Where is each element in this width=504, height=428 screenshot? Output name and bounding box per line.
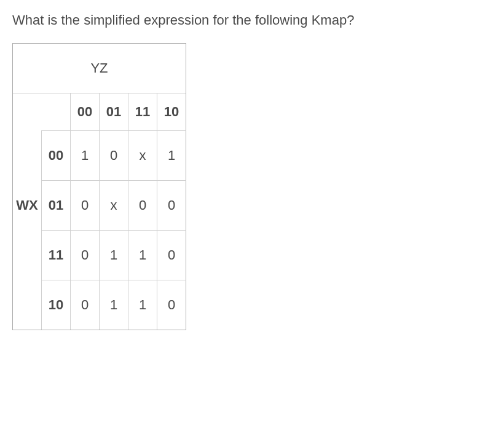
kmap-cell: 1 [71,131,100,181]
row-header: 11 [42,231,71,280]
row-header: 10 [42,280,71,330]
kmap-cell: 1 [100,231,128,280]
blank-cell [157,44,186,93]
row-var-label: WX [13,181,42,231]
col-header: 01 [100,93,128,131]
kmap-cell: 0 [157,181,186,231]
col-header: 10 [157,93,186,131]
kmap-cell: 1 [100,280,128,330]
col-header: 00 [71,93,100,131]
kmap-cell: 0 [71,181,100,231]
blank-cell [13,231,42,280]
blank-cell [13,93,42,131]
blank-cell [13,44,42,93]
col-var-label: YZ [71,44,128,93]
blank-cell [128,44,157,93]
blank-cell [42,93,71,131]
kmap-cell: 0 [100,131,128,181]
question-text: What is the simplified expression for th… [12,12,492,28]
row-header: 00 [42,131,71,181]
kmap-cell: 1 [128,280,157,330]
kmap-cell: 0 [157,231,186,280]
blank-cell [42,44,71,93]
col-header: 11 [128,93,157,131]
kmap-cell: 0 [71,231,100,280]
blank-cell [13,280,42,330]
kmap-cell: 0 [71,280,100,330]
kmap-cell: 0 [157,280,186,330]
kmap-cell: 1 [157,131,186,181]
kmap-cell: x [128,131,157,181]
blank-cell [13,131,42,181]
kmap-cell: 0 [128,181,157,231]
kmap-cell: 1 [128,231,157,280]
kmap-cell: x [100,181,128,231]
kmap-table: YZ 00 01 11 10 00 1 0 x 1 WX 01 0 x 0 0 … [12,43,186,330]
row-header: 01 [42,181,71,231]
